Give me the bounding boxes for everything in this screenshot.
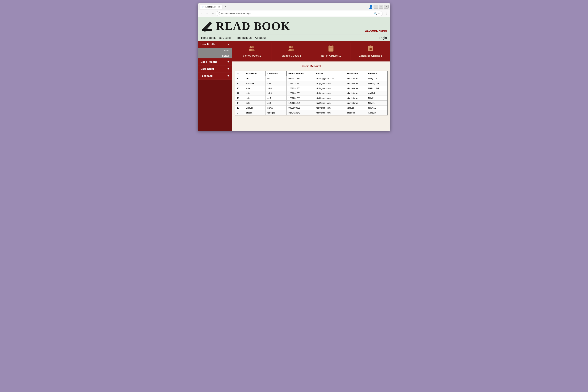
svg-rect-20	[329, 49, 332, 50]
sidebar: User Profile ▲ View Delete Book Record ▼	[198, 41, 232, 131]
sidebar-user-profile-header[interactable]: User Profile ▲	[198, 41, 232, 48]
col-mobile: Mobile Number	[286, 71, 314, 76]
new-tab-button[interactable]: +	[223, 5, 228, 9]
sidebar-user-profile-arrow: ▲	[227, 43, 230, 46]
sidebar-user-order-header[interactable]: User Order ▼	[198, 66, 232, 72]
nav-feedback[interactable]: Feedback us	[235, 36, 252, 40]
col-email: Email Id	[314, 71, 345, 76]
browser-menu-button[interactable]: ⋮	[384, 12, 389, 16]
svg-point-8	[249, 46, 252, 48]
table-cell: Nik@111	[366, 76, 388, 81]
sidebar-feedback-arrow: ▼	[227, 74, 230, 78]
sidebar-user-profile-label: User Profile	[201, 43, 215, 46]
table-cell: 2	[235, 110, 244, 116]
table-cell: sfsf	[265, 81, 286, 86]
table-cell: 1231231231	[286, 91, 314, 96]
table-row: 12sdfssdfsf1231231231nik@gmail.comnikhil…	[235, 91, 388, 96]
table-cell: eta	[265, 76, 286, 81]
svg-rect-18	[329, 47, 333, 48]
table-cell: pawar	[265, 106, 286, 110]
visited-guest-icon	[288, 45, 295, 53]
table-cell: 1231231231	[286, 86, 314, 91]
table-cell: nik@gmail.com	[314, 110, 345, 116]
sidebar-view-item[interactable]: View	[198, 48, 232, 53]
table-cell: Nikhil@111	[366, 81, 388, 86]
sidebar-user-order-arrow: ▼	[227, 68, 230, 70]
forward-button[interactable]: →	[205, 12, 209, 15]
nav-links: Read Book Buy Book Feedback us About us	[201, 36, 266, 40]
canceled-icon	[367, 45, 374, 53]
tab-close-button[interactable]: ✕	[218, 6, 220, 8]
minimize-button[interactable]: —	[374, 5, 378, 9]
table-row: 2dfgdsgfdgdgdg3242424242nik@gmail.comdfg…	[235, 110, 388, 116]
nav-about[interactable]: About us	[255, 36, 266, 40]
table-cell: sdfs	[244, 86, 265, 91]
close-button[interactable]: ✕	[384, 5, 389, 9]
table-row: 14sdfssfsf1231231231nik@gmail.comnikhile…	[235, 100, 388, 106]
table-cell: nikhiletame	[345, 100, 366, 106]
table-cell: 13	[235, 96, 244, 100]
table-scroll-container[interactable]: ID First Name Last Name Mobile Number Em…	[235, 70, 388, 116]
table-row: 1niketa9664071210nikhile@gmail.comnikhil…	[235, 76, 388, 81]
stat-visited-user-label: Visited User: 1	[243, 54, 261, 57]
sidebar-item-user-order: User Order ▼	[198, 66, 232, 72]
search-icon: 🔍	[374, 12, 377, 15]
sidebar-feedback-header[interactable]: Feedback ▼	[198, 72, 232, 80]
sidebar-delete-item[interactable]: Delete	[198, 53, 232, 58]
svg-rect-19	[329, 48, 333, 48]
table-cell: sdsasfsf	[244, 81, 265, 86]
table-cell: dfgdsg	[244, 110, 265, 116]
table-cell: sdfs	[244, 91, 265, 96]
address-bar[interactable]: ⓘ localhost:8086/ReadBook/Login 🔍 ☆	[216, 11, 383, 16]
table-cell: sdfs	[244, 96, 265, 100]
table-cell: nikhiletame	[345, 81, 366, 86]
table-cell: nik@gmail.com	[314, 106, 345, 110]
table-cell: nik@gmail.com	[314, 96, 345, 100]
stat-visited-guest-label: Visited Guest: 1	[281, 54, 301, 57]
nav-read-book[interactable]: Read Book	[201, 36, 216, 40]
tab-page-icon: 📄	[202, 6, 204, 8]
address-icons: 🔍 ☆	[374, 12, 380, 15]
sidebar-book-record-header[interactable]: Book Record ▼	[198, 58, 232, 66]
table-cell: 10	[235, 81, 244, 86]
table-cell: 11	[235, 86, 244, 91]
browser-titlebar: 📄 Admin page ✕ + 👤 — ❐ ✕	[198, 4, 390, 10]
svg-rect-16	[329, 46, 334, 52]
table-cell: 12	[235, 91, 244, 96]
col-id: ID	[235, 71, 244, 76]
table-cell: nik@gmail.com	[314, 100, 345, 106]
sidebar-feedback-label: Feedback	[201, 74, 213, 78]
bookmark-icon: ☆	[378, 12, 380, 15]
tab-area: 📄 Admin page ✕ +	[200, 5, 368, 9]
table-cell: vinayak	[244, 106, 265, 110]
user-record-title: User Record	[235, 64, 388, 68]
visited-user-icon	[248, 45, 255, 53]
table-cell: 1231231231	[286, 100, 314, 106]
table-cell: vinayak	[345, 106, 366, 110]
active-tab[interactable]: 📄 Admin page ✕	[200, 5, 222, 9]
table-cell: nikhiletame	[345, 76, 366, 81]
sidebar-user-order-label: User Order	[201, 68, 214, 70]
refresh-button[interactable]: ↻	[211, 12, 214, 16]
sidebar-user-profile-sub: View Delete	[198, 48, 232, 58]
main-area: User Profile ▲ View Delete Book Record ▼	[198, 41, 390, 131]
table-row: 13sdfssfsf1231231231nik@gmail.comnikhile…	[235, 96, 388, 100]
url-text: localhost:8086/ReadBook/Login	[221, 12, 251, 15]
table-cell: nikhiletame	[345, 96, 366, 100]
nav-login[interactable]: Login	[379, 36, 387, 40]
table-row: 10sdsasfsfsfsf1231231231nik@gmail.comnik…	[235, 81, 388, 86]
col-firstname: First Name	[244, 71, 265, 76]
nav-buy-book[interactable]: Buy Book	[219, 36, 232, 40]
back-button[interactable]: ←	[200, 12, 204, 15]
site-header: READ BOOK WELCOME ADMIN	[198, 17, 390, 34]
table-cell: nik@gmail.com	[314, 86, 345, 91]
table-cell: nikhiletame	[345, 86, 366, 91]
table-cell: 3242424242	[286, 110, 314, 116]
table-cell: nikhile@gmail.com	[314, 76, 345, 81]
stat-canceled: Canceled Orders:1	[351, 43, 390, 60]
content-area: Visited User: 1 Visited Guest: 1	[232, 41, 390, 131]
maximize-button[interactable]: ❐	[379, 5, 383, 9]
svg-point-10	[252, 46, 254, 48]
col-password: Password	[366, 71, 388, 76]
table-cell: sdfs	[244, 100, 265, 106]
